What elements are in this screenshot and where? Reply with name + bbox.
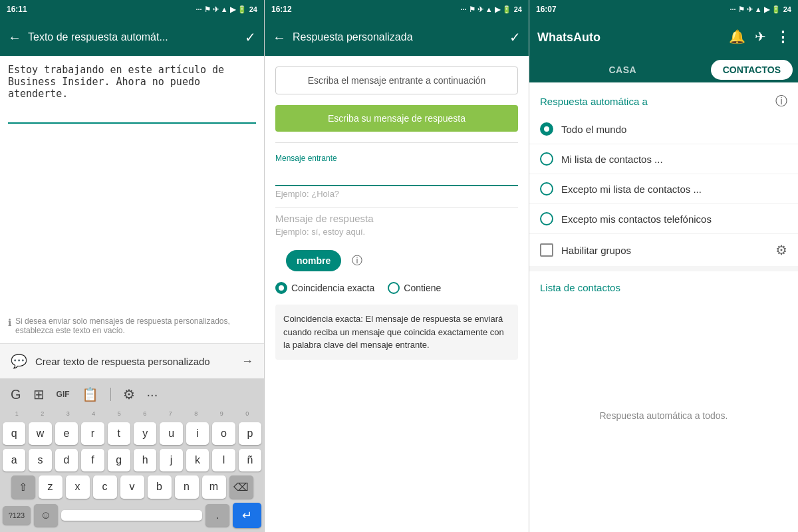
delete-key[interactable]: ⌫ xyxy=(229,475,253,499)
contains-label: Contiene xyxy=(404,283,441,293)
key-b[interactable]: b xyxy=(148,475,172,499)
option-mi-lista[interactable]: Mi lista de contactos ... xyxy=(529,144,798,174)
status-time-2: 16:12 xyxy=(271,5,292,14)
back-button-2[interactable]: ← xyxy=(273,30,286,45)
reply-textarea[interactable]: Estoy trabajando en este artículo de Bus… xyxy=(8,64,256,124)
incoming-message-btn[interactable]: Escriba el mensaje entrante a continuaci… xyxy=(275,66,518,94)
key-c[interactable]: c xyxy=(93,475,117,499)
menu-icon[interactable]: ⋮ xyxy=(775,29,790,46)
exact-match-radio[interactable] xyxy=(275,282,287,294)
key-z[interactable]: z xyxy=(39,475,63,499)
incoming-input[interactable] xyxy=(275,166,518,186)
key-f[interactable]: f xyxy=(81,449,104,471)
nombre-button[interactable]: nombre xyxy=(286,250,341,271)
radio-excepto-lista[interactable] xyxy=(540,182,553,196)
send-icon[interactable]: ✈ xyxy=(755,29,766,46)
create-custom-btn[interactable]: 💬 Crear texto de respuesta personalizado… xyxy=(0,343,264,378)
app-bar-title-2: Respuesta personalizada xyxy=(293,31,503,43)
key-q[interactable]: q xyxy=(3,422,25,445)
option-todo-el-mundo[interactable]: Todo el mundo xyxy=(529,114,798,144)
app-bar-2: ← Respuesta personalizada ✓ xyxy=(265,19,529,56)
bell-icon[interactable]: 🔔 xyxy=(729,29,745,46)
key-h[interactable]: h xyxy=(134,449,156,471)
separator xyxy=(110,388,111,401)
back-button-1[interactable]: ← xyxy=(8,30,21,45)
option-excepto-lista[interactable]: Excepto mi lista de contactos ... xyxy=(529,174,798,204)
gear-icon-grupos[interactable]: ⚙ xyxy=(775,242,787,258)
key-m[interactable]: m xyxy=(202,475,226,499)
key-y[interactable]: y xyxy=(134,422,156,445)
key-a[interactable]: a xyxy=(3,449,25,471)
exact-match-option[interactable]: Coincidencia exacta xyxy=(275,282,374,294)
emoji-key[interactable]: ☺ xyxy=(34,504,58,527)
key-u[interactable]: u xyxy=(160,422,182,445)
info-icon-p1: ℹ xyxy=(8,317,11,328)
contains-option[interactable]: Contiene xyxy=(388,282,441,294)
key-e[interactable]: e xyxy=(55,422,78,445)
contains-radio[interactable] xyxy=(388,282,400,294)
keyboard-toolbar: G ⊞ GIF 📋 ⚙ ··· xyxy=(3,382,261,409)
shift-key[interactable]: ⇧ xyxy=(11,475,35,499)
numbers-row: 1 2 3 4 5 6 7 8 9 0 xyxy=(3,409,261,418)
check-button-1[interactable]: ✓ xyxy=(245,29,256,45)
tab-casa[interactable]: CASA xyxy=(535,58,711,82)
key-w[interactable]: w xyxy=(29,422,51,445)
key-d[interactable]: d xyxy=(55,449,78,471)
key-v[interactable]: v xyxy=(120,475,144,499)
response-message-btn[interactable]: Escriba su mensaje de respuesta xyxy=(275,105,518,132)
tab-contactos[interactable]: CONTACTOS xyxy=(711,60,793,80)
keyboard-rows: 1 2 3 4 5 6 7 8 9 0 q w e r t y u i xyxy=(3,409,261,528)
google-icon[interactable]: G xyxy=(8,386,24,404)
checkbox-grupos[interactable] xyxy=(540,243,553,257)
key-x[interactable]: x xyxy=(66,475,90,499)
message-icon: 💬 xyxy=(11,353,27,369)
status-bar-2: 16:12 ··· ⚑ ✈ ▲ ▶ 🔋 24 xyxy=(265,0,529,19)
key-o[interactable]: o xyxy=(212,422,235,445)
num-6: 6 xyxy=(132,409,158,418)
period-key[interactable]: . xyxy=(205,504,229,527)
response-field-section: Mensaje de respuesta Ejemplo: sí, estoy … xyxy=(265,207,529,242)
p3-divider xyxy=(529,266,798,271)
num-1: 1 xyxy=(4,409,30,418)
sticker-icon[interactable]: ⊞ xyxy=(31,385,47,404)
check-button-2[interactable]: ✓ xyxy=(509,29,521,45)
radio-excepto-telefonicos[interactable] xyxy=(540,212,553,225)
radio-mi-lista[interactable] xyxy=(540,152,553,166)
num-7: 7 xyxy=(158,409,184,418)
info-icon-nombre[interactable]: ⓘ xyxy=(352,254,362,268)
settings-icon[interactable]: ⚙ xyxy=(120,385,138,404)
app-bar-icons: 🔔 ✈ ⋮ xyxy=(729,29,790,46)
option-label-3: Excepto mis contactos telefónicos xyxy=(561,213,712,225)
status-time-3: 16:07 xyxy=(536,5,557,14)
key-i[interactable]: i xyxy=(186,422,209,445)
key-n[interactable]: n xyxy=(175,475,199,499)
clipboard-icon[interactable]: 📋 xyxy=(79,385,101,404)
key-j[interactable]: j xyxy=(160,449,182,471)
num-8: 8 xyxy=(184,409,209,418)
key-p[interactable]: p xyxy=(239,422,261,445)
info-button-p3[interactable]: ⓘ xyxy=(775,93,787,109)
info-box-text: Coincidencia exacta: El mensaje de respu… xyxy=(283,314,504,350)
gif-icon[interactable]: GIF xyxy=(54,388,72,400)
option-habilitar-grupos[interactable]: Habilitar grupos ⚙ xyxy=(529,234,798,266)
key-r[interactable]: r xyxy=(81,422,104,445)
key-t[interactable]: t xyxy=(108,422,130,445)
key-g[interactable]: g xyxy=(108,449,130,471)
incoming-placeholder: Ejemplo: ¿Hola? xyxy=(275,186,518,201)
space-key[interactable] xyxy=(61,510,202,521)
exact-match-label: Coincidencia exacta xyxy=(291,283,374,293)
num-2: 2 xyxy=(30,409,56,418)
key-l[interactable]: l xyxy=(212,449,235,471)
option-excepto-telefonicos[interactable]: Excepto mis contactos telefónicos xyxy=(529,204,798,234)
num-3: 3 xyxy=(55,409,81,418)
key-k[interactable]: k xyxy=(186,449,209,471)
reply-text-area: Estoy trabajando en este artículo de Bus… xyxy=(0,56,264,313)
status-icons-3: ··· ⚑ ✈ ▲ ▶ 🔋 24 xyxy=(730,5,791,14)
more-icon[interactable]: ··· xyxy=(144,386,161,404)
auto-reply-section-title: Respuesta automática a ⓘ xyxy=(529,82,798,114)
key-s[interactable]: s xyxy=(29,449,51,471)
key-n-tilde[interactable]: ñ xyxy=(239,449,261,471)
enter-key[interactable]: ↵ xyxy=(233,503,261,528)
symbol-key[interactable]: ?123 xyxy=(3,506,31,525)
radio-todo-el-mundo[interactable] xyxy=(540,122,553,136)
